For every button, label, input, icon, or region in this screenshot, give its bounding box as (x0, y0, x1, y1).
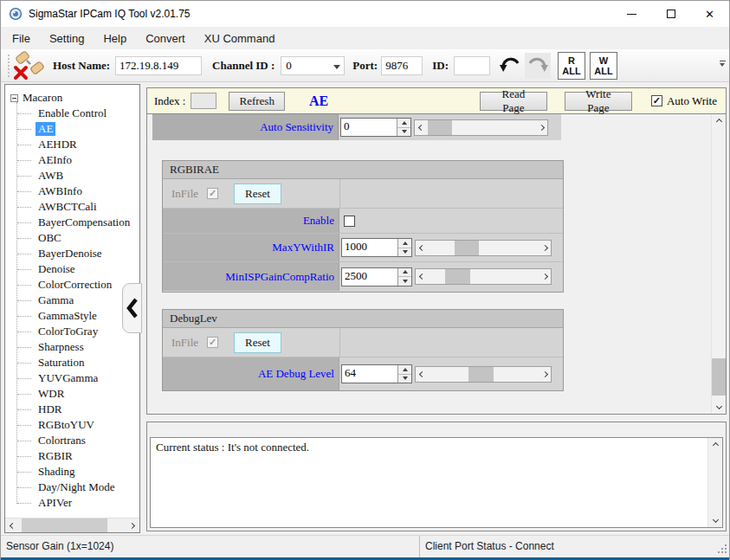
tree-item-gamma[interactable]: Gamma (5, 293, 139, 308)
slider-thumb[interactable] (468, 367, 493, 382)
auto-sensitivity-slider[interactable] (414, 119, 548, 136)
slider-left-arrow-icon[interactable] (416, 367, 428, 382)
toolbar-overflow-button[interactable] (718, 61, 727, 67)
tree-item-colorcorrection[interactable]: ColorCorrection (5, 277, 139, 293)
tree-item-day-night-mode[interactable]: Day/Night Mode (5, 480, 139, 495)
tree-item-wdr[interactable]: WDR (5, 386, 139, 402)
slider-right-arrow-icon[interactable] (539, 269, 551, 284)
tree-item-bayercompensation[interactable]: BayerCompensation (5, 215, 139, 230)
scroll-right-arrow-icon[interactable] (125, 518, 139, 533)
spin-down-icon[interactable] (398, 375, 411, 383)
tree-item-colortogray[interactable]: ColorToGray (5, 324, 139, 339)
spin-up-icon[interactable] (398, 365, 411, 375)
toolbar-grip[interactable] (8, 55, 10, 77)
minimize-button[interactable] (612, 1, 651, 27)
tree-item-obc[interactable]: OBC (5, 230, 139, 246)
scroll-up-arrow-icon[interactable] (712, 114, 726, 129)
tree-horizontal-scrollbar[interactable] (5, 518, 139, 532)
slider-thumb[interactable] (445, 269, 469, 284)
write-page-button[interactable]: Write Page (565, 92, 632, 111)
read-all-button[interactable]: R ALL (558, 52, 585, 80)
slider-left-arrow-icon[interactable] (415, 120, 427, 135)
infile-checkbox[interactable]: ✓ (207, 337, 218, 348)
port-input[interactable] (381, 56, 423, 75)
tree-item-shading[interactable]: Shading (5, 464, 139, 480)
scroll-up-arrow-icon[interactable] (708, 438, 722, 453)
tree-item-sharpness[interactable]: Sharpness (5, 339, 139, 355)
tree-collapse-minus-icon[interactable] (10, 94, 18, 102)
minispgaincompratio-slider[interactable] (415, 268, 552, 285)
menu-file[interactable]: File (3, 27, 40, 49)
menu-xu-command[interactable]: XU Command (195, 27, 285, 49)
tree-item-enable-control[interactable]: Enable Control (5, 106, 139, 121)
id-input[interactable] (454, 56, 490, 75)
scroll-down-arrow-icon[interactable] (708, 512, 722, 527)
tree-item-colortrans[interactable]: Colortrans (5, 433, 139, 448)
ae-debug-level-spinner[interactable]: 64 (341, 364, 412, 383)
tree-item-aeinfo[interactable]: AEInfo (5, 152, 139, 168)
enable-checkbox[interactable] (344, 216, 355, 227)
auto-write-checkbox[interactable]: ✓ (651, 95, 662, 106)
ae-debug-level-slider[interactable] (415, 366, 552, 383)
auto-sensitivity-spinner[interactable]: 0 (340, 118, 411, 137)
spin-up-icon[interactable] (398, 239, 411, 248)
tree-item-awb[interactable]: AWB (5, 168, 139, 183)
close-button[interactable]: ✕ (690, 1, 729, 27)
read-page-button[interactable]: Read Page (480, 92, 547, 111)
channel-id-select[interactable]: 0 (281, 56, 345, 75)
tree-root-macaron[interactable]: Macaron (10, 90, 62, 106)
write-all-button[interactable]: W ALL (590, 52, 617, 80)
resize-grip[interactable] (717, 544, 727, 554)
tree-item-saturation[interactable]: Saturation (5, 355, 139, 370)
slider-thumb[interactable] (428, 120, 452, 135)
redo-button[interactable] (525, 53, 551, 79)
tree-item-denoise[interactable]: Denoise (5, 261, 139, 277)
slider-left-arrow-icon[interactable] (416, 241, 428, 255)
refresh-button[interactable]: Refresh (229, 92, 284, 111)
undo-button[interactable] (497, 53, 523, 79)
slider-right-arrow-icon[interactable] (535, 120, 547, 135)
tree-item-aehdr[interactable]: AEHDR (5, 137, 139, 152)
tree-item-awbinfo[interactable]: AWBInfo (5, 183, 139, 199)
tree-item-rgbtoyuv[interactable]: RGBtoYUV (5, 417, 139, 433)
host-name-input[interactable] (115, 56, 202, 75)
content-scroll-thumb[interactable] (712, 358, 726, 396)
spin-up-icon[interactable] (398, 268, 411, 278)
spin-down-icon[interactable] (397, 128, 410, 137)
slider-left-arrow-icon[interactable] (416, 269, 428, 284)
ae-debug-level-value[interactable]: 64 (342, 365, 397, 383)
slider-right-arrow-icon[interactable] (539, 241, 551, 255)
spin-down-icon[interactable] (398, 248, 411, 257)
tree-item-yuvgamma[interactable]: YUVGamma (5, 370, 139, 386)
maximize-button[interactable] (651, 1, 690, 27)
tree-item-gammastyle[interactable]: GammaStyle (5, 308, 139, 324)
tree-item-hdr[interactable]: HDR (5, 402, 139, 417)
tree-item-ae[interactable]: AE (5, 121, 139, 137)
auto-sensitivity-value[interactable]: 0 (341, 119, 397, 136)
content-vertical-scrollbar[interactable] (711, 114, 726, 414)
minispgaincompratio-value[interactable]: 2500 (342, 268, 397, 286)
scroll-left-arrow-icon[interactable] (5, 518, 20, 533)
panel-collapse-handle[interactable] (122, 283, 142, 333)
maxywithir-slider[interactable] (415, 240, 552, 256)
tree-scroll-thumb[interactable] (22, 518, 107, 532)
index-input[interactable] (191, 93, 216, 109)
debuglev-reset-button[interactable]: Reset (234, 332, 281, 353)
tree-item-awbctcali[interactable]: AWBCTCali (5, 199, 139, 215)
tree-item-bayerdenoise[interactable]: BayerDenoise (5, 246, 139, 261)
slider-right-arrow-icon[interactable] (539, 367, 551, 382)
spin-down-icon[interactable] (398, 277, 411, 286)
tree-item-apiver[interactable]: APIVer (5, 495, 139, 511)
minispgaincompratio-spinner[interactable]: 2500 (341, 267, 412, 286)
rgbirae-reset-button[interactable]: Reset (234, 183, 281, 204)
log-vertical-scrollbar[interactable] (707, 438, 722, 527)
menu-convert[interactable]: Convert (136, 27, 195, 49)
tree-scroll-track[interactable] (20, 518, 125, 532)
menu-help[interactable]: Help (94, 27, 136, 49)
slider-thumb[interactable] (455, 241, 479, 255)
spin-up-icon[interactable] (397, 119, 410, 128)
menu-setting[interactable]: Setting (40, 27, 94, 49)
maxywithir-value[interactable]: 1000 (342, 239, 397, 256)
log-textarea[interactable]: Current status : It's not connected. (150, 437, 723, 528)
tree-item-rgbir[interactable]: RGBIR (5, 448, 139, 464)
